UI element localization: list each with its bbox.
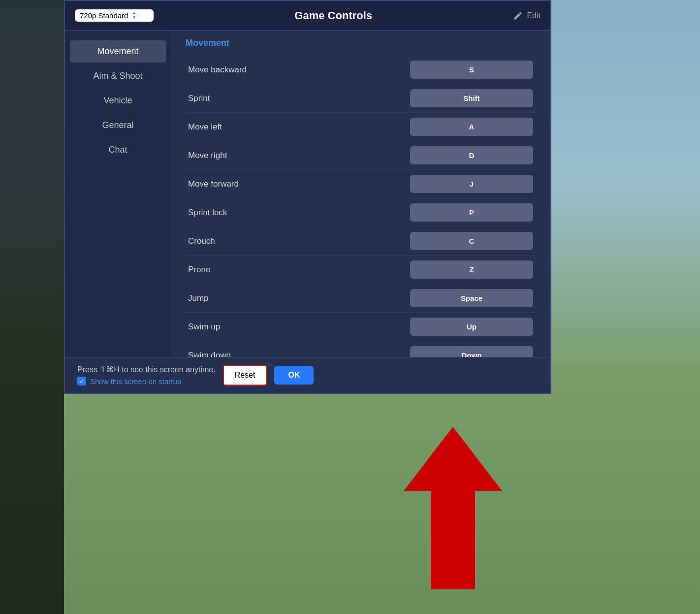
red-arrow-indicator	[404, 427, 502, 589]
control-row: Move backwardS	[186, 56, 536, 84]
resolution-value: 720p Standard	[80, 11, 128, 20]
control-row: Move rightD	[186, 141, 536, 170]
control-label: Sprint	[188, 94, 210, 103]
startup-checkbox-label: Show this screen on startup	[90, 377, 181, 386]
control-row: Swim upUp	[186, 313, 536, 341]
control-label: Jump	[188, 293, 209, 303]
resolution-select[interactable]: 720p Standard ▲ ▼	[75, 9, 154, 22]
control-row: Swim downDown	[186, 341, 536, 357]
control-label: Move backward	[188, 65, 247, 75]
checkmark-icon: ✓	[79, 378, 85, 385]
key-binding-button[interactable]: A	[410, 118, 533, 136]
sidebar-item-movement[interactable]: Movement	[70, 40, 166, 63]
select-arrows-icon: ▲ ▼	[132, 11, 136, 20]
sidebar-item-vehicle[interactable]: Vehicle	[70, 90, 166, 112]
control-label: Move right	[188, 151, 227, 161]
sidebar-item-general[interactable]: General	[70, 114, 166, 136]
control-row: SprintShift	[186, 84, 536, 113]
ok-button[interactable]: OK	[274, 366, 314, 385]
key-binding-button[interactable]: S	[410, 61, 533, 79]
control-row: Move forwardJ	[186, 170, 536, 198]
sidebar-item-aim-shoot[interactable]: Aim & Shoot	[70, 65, 166, 87]
bg-dark-overlay	[0, 0, 64, 614]
key-binding-button[interactable]: J	[410, 175, 533, 193]
controls-list: Move backwardSSprintShiftMove leftAMove …	[186, 56, 536, 357]
section-title: Movement	[186, 38, 536, 48]
control-label: Sprint lock	[188, 208, 227, 218]
reset-button[interactable]: Reset	[223, 365, 267, 386]
control-row: Sprint lockP	[186, 198, 536, 227]
arrow-head	[404, 427, 502, 491]
key-binding-button[interactable]: D	[410, 146, 533, 164]
control-label: Swim up	[188, 322, 220, 332]
control-label: Swim down	[188, 351, 231, 357]
startup-checkbox-row[interactable]: ✓ Show this screen on startup	[77, 377, 216, 386]
edit-label: Edit	[527, 11, 541, 20]
dialog-body: Movement Aim & Shoot Vehicle General Cha…	[65, 31, 550, 357]
control-label: Move forward	[188, 179, 239, 189]
game-controls-dialog: 720p Standard ▲ ▼ Game Controls Edit Mov…	[64, 0, 551, 394]
key-binding-button[interactable]: Up	[410, 318, 533, 336]
dialog-header: 720p Standard ▲ ▼ Game Controls Edit	[65, 1, 550, 31]
startup-checkbox[interactable]: ✓	[77, 377, 86, 386]
control-label: Crouch	[188, 236, 215, 246]
footer-hint: Press ⇧⌘H to see this screen anytime.	[77, 365, 216, 374]
pencil-icon	[513, 11, 523, 21]
key-binding-button[interactable]: Down	[410, 346, 533, 357]
control-row: Move leftA	[186, 113, 536, 141]
control-row: CrouchC	[186, 227, 536, 256]
control-row: ProneZ	[186, 256, 536, 284]
arrow-shaft	[431, 491, 475, 589]
sidebar: Movement Aim & Shoot Vehicle General Cha…	[65, 31, 171, 357]
control-label: Move left	[188, 122, 222, 132]
control-label: Prone	[188, 265, 210, 275]
content-area: Movement Move backwardSSprintShiftMove l…	[171, 31, 550, 357]
footer-text-area: Press ⇧⌘H to see this screen anytime. ✓ …	[77, 365, 216, 386]
key-binding-button[interactable]: Shift	[410, 89, 533, 107]
dialog-title: Game Controls	[154, 9, 513, 22]
key-binding-button[interactable]: Z	[410, 260, 533, 279]
edit-button[interactable]: Edit	[513, 11, 541, 21]
key-binding-button[interactable]: Space	[410, 289, 533, 307]
key-binding-button[interactable]: C	[410, 232, 533, 250]
dialog-footer: Press ⇧⌘H to see this screen anytime. ✓ …	[65, 357, 550, 393]
sidebar-item-chat[interactable]: Chat	[70, 139, 166, 161]
key-binding-button[interactable]: P	[410, 203, 533, 222]
control-row: JumpSpace	[186, 284, 536, 313]
